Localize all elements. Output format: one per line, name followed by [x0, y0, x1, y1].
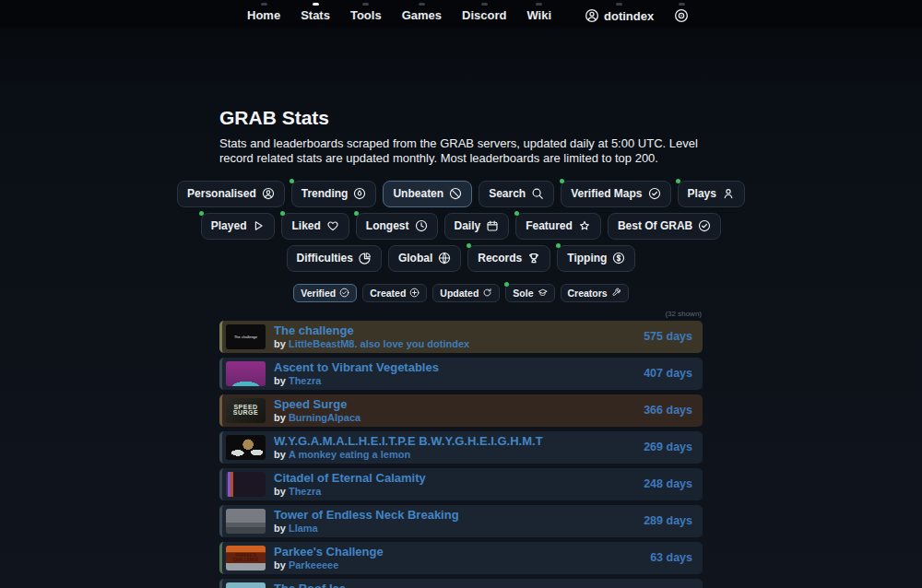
check-circle-icon [648, 187, 661, 200]
star-icon [578, 219, 591, 232]
level-title[interactable]: The Roof Ice [274, 582, 644, 588]
nav-item-tools[interactable]: Tools [350, 3, 382, 22]
level-row[interactable]: Citadel of Eternal Calamity by Thezra 24… [219, 468, 703, 500]
by-label: by [274, 523, 286, 534]
filter-tipping-button[interactable]: Tipping [557, 245, 635, 272]
account-button[interactable]: dotindex [585, 3, 654, 23]
level-row[interactable]: Ascent to Vibrant Vegetables by Thezra 4… [219, 358, 703, 390]
filter-global-button[interactable]: Global [388, 245, 461, 272]
visibility-toggle-button[interactable] [674, 3, 689, 23]
level-days: 63 days [650, 551, 692, 564]
chip-label: Creators [568, 288, 608, 299]
level-title[interactable]: W.Y.G.A.M.A.L.H.E.I.T.P.E B.W.Y.G.H.E.I.… [274, 435, 644, 448]
level-title[interactable]: Tower of Endless Neck Breaking [274, 509, 644, 522]
filter-unbeaten-button[interactable]: Unbeaten [383, 181, 472, 207]
level-author[interactable]: BurningAlpaca [289, 412, 361, 423]
level-row[interactable]: The Roof Ice by 400 days [219, 579, 703, 588]
nav-label: Home [247, 8, 280, 22]
filter-label: Personalised [187, 187, 256, 200]
level-title[interactable]: Speed Surge [274, 398, 644, 411]
filter-row-3: Difficulties Global Records Tipping [0, 245, 922, 272]
filter-personalised-button[interactable]: Personalised [177, 181, 285, 207]
level-author[interactable]: Thezra [289, 375, 321, 386]
nav-indicator [362, 3, 369, 6]
nav-item-wiki[interactable]: Wiki [526, 3, 551, 22]
nav-indicator [616, 3, 622, 6]
nav-indicator [419, 3, 425, 6]
nav-label: Wiki [526, 8, 551, 22]
nav-label: Tools [350, 8, 382, 22]
filter-label: Plays [688, 187, 716, 200]
filter-trending-button[interactable]: Trending [291, 181, 377, 207]
eye-icon [674, 8, 689, 23]
filter-search-button[interactable]: Search [479, 181, 554, 207]
filter-daily-button[interactable]: Daily [444, 213, 510, 240]
nav-item-home[interactable]: Home [247, 3, 280, 22]
level-thumbnail: The challenge [226, 324, 266, 349]
nav-links: Home Stats Tools Games Discord Wiki [247, 3, 551, 22]
filter-verified-maps-button[interactable]: Verified Maps [561, 181, 670, 207]
filter-label: Difficulties [297, 252, 353, 265]
level-author[interactable]: A monkey eating a lemon [289, 449, 410, 460]
filter-label: Tipping [567, 252, 607, 265]
chip-verified-button[interactable]: Verified [293, 284, 357, 302]
filter-played-button[interactable]: Played [201, 213, 276, 240]
level-author[interactable]: Llama [289, 523, 318, 534]
nav-item-stats[interactable]: Stats [301, 3, 330, 22]
top-navigation: Home Stats Tools Games Discord Wiki do [0, 0, 922, 28]
level-list: (32 shown) The challenge The challenge b… [219, 310, 703, 588]
level-title[interactable]: Citadel of Eternal Calamity [274, 472, 644, 485]
dollar-circle-icon [612, 252, 625, 265]
filter-liked-button[interactable]: Liked [281, 213, 349, 240]
filter-best-of-grab-button[interactable]: Best Of GRAB [608, 213, 721, 240]
by-label: by [274, 375, 286, 386]
level-author[interactable]: Thezra [289, 486, 321, 497]
chip-creators-button[interactable]: Creators [561, 284, 629, 302]
nav-active-indicator [313, 3, 319, 6]
thumbnail-text: PARKEE'S CHALLENGE [226, 552, 266, 563]
chip-sole-button[interactable]: Sole [505, 284, 554, 302]
level-author[interactable]: Parkeeeee [289, 559, 338, 570]
chip-updated-button[interactable]: Updated [432, 284, 500, 302]
level-title[interactable]: Parkee's Challenge [274, 546, 650, 559]
level-row[interactable]: SPEED SURGE Speed Surge by BurningAlpaca… [219, 394, 703, 427]
filter-featured-button[interactable]: Featured [515, 213, 601, 240]
heart-icon [326, 219, 339, 232]
search-icon [531, 187, 544, 200]
chip-label: Created [370, 288, 406, 299]
filter-label: Featured [526, 219, 573, 232]
level-row[interactable]: The challenge The challenge by LittleBea… [219, 321, 703, 353]
user-circle-icon [585, 8, 599, 23]
check-circle-icon [698, 219, 711, 232]
level-title[interactable]: The challenge [274, 324, 644, 337]
level-days: 366 days [644, 404, 692, 417]
level-thumbnail [226, 472, 266, 497]
pie-chart-icon [359, 252, 372, 265]
level-title[interactable]: Ascent to Vibrant Vegetables [274, 361, 644, 374]
nav-item-games[interactable]: Games [402, 3, 442, 22]
filter-label: Unbeaten [393, 187, 443, 200]
nav-item-discord[interactable]: Discord [462, 3, 506, 22]
wrench-icon [611, 288, 621, 298]
filter-label: Daily [455, 219, 481, 232]
trophy-icon [527, 252, 540, 265]
nav-indicator [679, 3, 685, 6]
level-author[interactable]: LittleBeastM8. also love you dotindex [289, 338, 469, 349]
filter-plays-button[interactable]: Plays [678, 181, 745, 207]
level-days: 269 days [644, 441, 692, 453]
filter-row-2: Played Liked Longest Daily Featured Best… [0, 213, 922, 240]
filter-label: Liked [291, 219, 320, 232]
level-row[interactable]: Tower of Endless Neck Breaking by Llama … [219, 505, 703, 537]
chip-created-button[interactable]: Created [362, 284, 427, 302]
filter-longest-button[interactable]: Longest [356, 213, 438, 240]
page-title: GRAB Stats [219, 107, 703, 129]
filter-chip-row: Verified Created Updated Sole Creators [0, 284, 922, 302]
filter-label: Longest [366, 219, 409, 232]
filter-records-button[interactable]: Records [467, 245, 550, 272]
filter-label: Played [211, 219, 247, 232]
level-row[interactable]: W.Y.G.A.M.A.L.H.E.I.T.P.E B.W.Y.G.H.E.I.… [219, 431, 703, 464]
filter-difficulties-button[interactable]: Difficulties [287, 245, 382, 272]
level-row[interactable]: PARKEE'S CHALLENGE Parkee's Challenge by… [219, 542, 703, 574]
level-days: 248 days [644, 477, 692, 490]
chip-label: Updated [440, 288, 479, 299]
